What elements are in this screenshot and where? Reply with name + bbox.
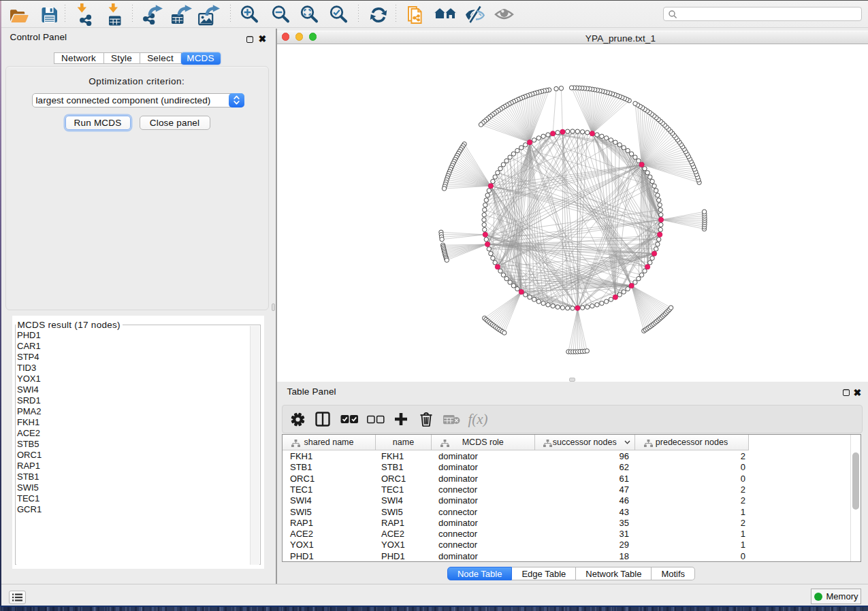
table-settings-icon[interactable] <box>288 410 307 429</box>
cell-predecessor-nodes[interactable]: 1 <box>657 507 745 518</box>
ring-node[interactable] <box>658 203 662 207</box>
ring-node[interactable] <box>532 138 536 142</box>
hide-selected-icon[interactable] <box>464 2 487 27</box>
ring-node[interactable] <box>604 136 608 140</box>
export-table-icon[interactable] <box>171 2 194 27</box>
ring-node[interactable] <box>487 188 491 193</box>
ring-node[interactable] <box>515 148 519 152</box>
mcds-hub-node[interactable] <box>519 289 524 294</box>
leaf-node[interactable] <box>702 210 706 214</box>
cell-name[interactable]: YOX1 <box>381 540 405 550</box>
ring-node[interactable] <box>570 306 574 310</box>
float-table-panel-icon[interactable] <box>843 388 850 398</box>
mcds-result-scrollbar[interactable] <box>250 326 259 565</box>
ring-node[interactable] <box>545 133 549 137</box>
mcds-hub-node[interactable] <box>645 265 649 269</box>
zoom-selected-icon[interactable] <box>327 2 351 27</box>
table-scrollbar[interactable] <box>850 435 861 561</box>
cell-successor-nodes[interactable]: 62 <box>541 462 629 473</box>
ring-node[interactable] <box>625 148 629 152</box>
cell-mcds-role[interactable]: connector <box>438 484 477 495</box>
leaf-node[interactable] <box>632 101 637 105</box>
criterion-dropdown[interactable]: largest connected component (undirected) <box>32 93 244 108</box>
mcds-hub-node[interactable] <box>483 232 487 237</box>
ring-node[interactable] <box>485 193 489 197</box>
ring-node[interactable] <box>507 155 511 159</box>
mcds-result-item[interactable]: SWI5 <box>16 482 251 493</box>
ring-node[interactable] <box>550 304 554 308</box>
ring-node[interactable] <box>527 295 531 299</box>
cell-predecessor-nodes[interactable]: 1 <box>657 540 745 550</box>
cell-predecessor-nodes[interactable]: 0 <box>657 474 745 484</box>
ring-node[interactable] <box>556 131 560 135</box>
ring-node[interactable] <box>655 193 659 197</box>
ring-node[interactable] <box>639 273 643 277</box>
cell-shared-name[interactable]: TEC1 <box>290 484 312 495</box>
tab-style[interactable]: Style <box>104 52 140 64</box>
ring-node[interactable] <box>580 130 584 134</box>
horizontal-splitter-handle[interactable] <box>569 378 575 382</box>
ring-node[interactable] <box>545 303 549 307</box>
cell-mcds-role[interactable]: dominator <box>438 495 478 506</box>
mcds-result-item[interactable]: TID3 <box>16 363 251 374</box>
cell-mcds-role[interactable]: dominator <box>438 551 478 562</box>
tab-select[interactable]: Select <box>140 52 182 64</box>
cell-successor-nodes[interactable]: 35 <box>541 518 629 529</box>
delete-column-icon[interactable] <box>417 410 436 429</box>
table-row[interactable]: STB1STB1dominator620 <box>283 462 862 473</box>
cell-name[interactable]: ACE2 <box>381 529 404 540</box>
cell-successor-nodes[interactable]: 29 <box>541 540 629 550</box>
ring-node[interactable] <box>482 208 486 212</box>
table-row[interactable]: FKH1FKH1dominator962 <box>283 451 862 462</box>
ring-node[interactable] <box>482 222 486 227</box>
mcds-hub-node[interactable] <box>550 131 555 136</box>
ring-node[interactable] <box>658 208 662 212</box>
cell-mcds-role[interactable]: dominator <box>438 474 478 484</box>
cell-successor-nodes[interactable]: 18 <box>541 551 629 562</box>
ring-node[interactable] <box>556 305 560 309</box>
cell-shared-name[interactable]: YOX1 <box>290 540 314 550</box>
mcds-hub-node[interactable] <box>652 251 656 256</box>
cell-shared-name[interactable]: SWI4 <box>290 495 312 506</box>
mcds-result-item[interactable]: YOX1 <box>16 374 251 384</box>
table-row[interactable]: YOX1YOX1connector291 <box>283 540 862 550</box>
ring-node[interactable] <box>565 129 569 133</box>
ring-node[interactable] <box>482 213 486 217</box>
tab-mcds[interactable]: MCDS <box>181 52 221 65</box>
ring-node[interactable] <box>599 301 603 306</box>
ring-node[interactable] <box>613 140 617 144</box>
mcds-result-item[interactable]: STB5 <box>16 439 251 450</box>
split-columns-icon[interactable] <box>313 410 332 429</box>
column-header-shared-name[interactable]: shared name <box>283 435 376 450</box>
export-network-icon[interactable] <box>142 2 165 27</box>
ring-node[interactable] <box>622 146 626 150</box>
cell-successor-nodes[interactable]: 47 <box>541 484 629 495</box>
cell-shared-name[interactable]: STB1 <box>290 462 312 473</box>
mcds-hub-node[interactable] <box>613 295 617 299</box>
ring-node[interactable] <box>652 184 656 188</box>
cell-name[interactable]: PHD1 <box>381 551 405 562</box>
mcds-result-item[interactable]: STB1 <box>16 472 251 482</box>
ring-node[interactable] <box>622 290 626 294</box>
ring-node[interactable] <box>625 286 629 291</box>
ring-node[interactable] <box>575 129 579 133</box>
ring-node[interactable] <box>599 134 603 138</box>
run-mcds-button[interactable]: Run MCDS <box>65 116 131 130</box>
ring-node[interactable] <box>511 284 515 288</box>
mcds-result-list[interactable]: PHD1CAR1STP4TID3YOX1SWI4SRD1PMA2FKH1ACE2… <box>16 330 251 565</box>
ring-node[interactable] <box>507 280 511 284</box>
tab-network[interactable]: Network <box>54 52 104 64</box>
ring-node[interactable] <box>493 175 497 179</box>
table-row[interactable]: SWI5SWI5connector431 <box>283 507 862 518</box>
ring-node[interactable] <box>488 252 492 256</box>
ring-node[interactable] <box>658 213 662 217</box>
vertical-splitter[interactable] <box>272 29 277 584</box>
ring-node[interactable] <box>654 188 658 193</box>
table-scrollbar-thumb[interactable] <box>852 452 859 510</box>
deselect-rows-icon[interactable] <box>366 410 385 429</box>
ring-node[interactable] <box>636 159 640 163</box>
column-header-MCDS-role[interactable]: MCDS role <box>432 435 535 450</box>
cell-name[interactable]: TEC1 <box>381 484 404 495</box>
cell-mcds-role[interactable]: connector <box>438 507 477 518</box>
ring-node[interactable] <box>604 299 608 303</box>
